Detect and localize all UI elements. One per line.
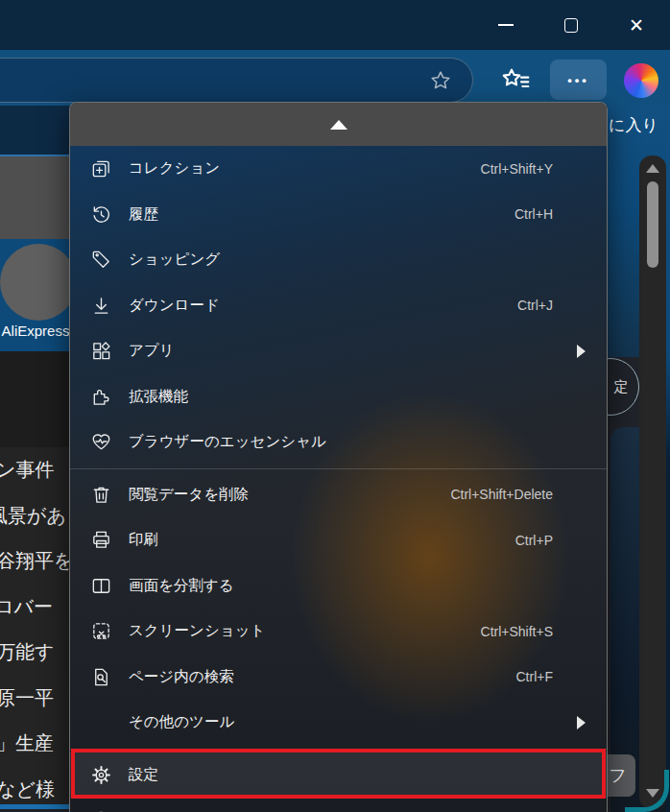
menu-item-extensions[interactable]: 拡張機能 xyxy=(70,374,607,420)
news-headline[interactable]: 原一平 xyxy=(0,676,69,722)
menu-item-more-tools[interactable]: その他のツール xyxy=(70,700,607,746)
news-headline[interactable]: など様 xyxy=(0,767,69,805)
menu-item-shortcut: Ctrl+F xyxy=(516,669,554,684)
copilot-icon[interactable] xyxy=(624,63,658,98)
news-headline[interactable]: 」生産 xyxy=(0,721,69,767)
apps-icon xyxy=(89,339,113,363)
menu-scroll-up[interactable] xyxy=(70,103,607,146)
page-right-column: に入り 定 フ xyxy=(608,106,670,812)
print-icon xyxy=(89,528,113,552)
aliexpress-tile[interactable] xyxy=(0,244,77,321)
close-icon: ✕ xyxy=(629,16,644,35)
news-headline[interactable]: 風景があ xyxy=(0,493,69,539)
maximize-icon xyxy=(564,18,578,33)
news-headline[interactable]: 谷翔平を xyxy=(0,538,69,585)
add-favorite-star-icon[interactable] xyxy=(425,65,456,96)
menu-item-split-screen[interactable]: 画面を分割する xyxy=(70,563,607,609)
split-screen-icon xyxy=(89,574,113,598)
page-accent-line xyxy=(0,804,69,809)
menu-item-delete-browsing-data[interactable]: 閲覧データを削除Ctrl+Shift+Delete xyxy=(70,472,607,518)
menu-item-label: 履歴 xyxy=(129,204,514,225)
minimize-button[interactable] xyxy=(476,0,536,50)
menu-item-label: ダウンロード xyxy=(129,296,517,316)
menu-item-essentials[interactable]: ブラウザーのエッセンシャル xyxy=(70,419,607,466)
page-dark-band xyxy=(0,351,69,451)
menu-item-help[interactable]: ヘルプとフィードバック xyxy=(70,798,607,812)
menu-item-find-on-page[interactable]: ページ内の検索Ctrl+F xyxy=(70,655,607,701)
menu-item-label: ブラウザーのエッセンシャル xyxy=(129,432,587,452)
menu-item-shortcut: Ctrl+P xyxy=(515,533,553,548)
menu-separator xyxy=(70,468,607,469)
news-headline[interactable]: 万能す xyxy=(0,630,69,676)
aliexpress-label: AliExpress xyxy=(0,322,79,339)
favorites-hub-icon[interactable] xyxy=(496,63,535,98)
menu-item-shopping[interactable]: ショッピング xyxy=(70,237,607,283)
no-icon xyxy=(89,710,113,734)
scroll-up-icon xyxy=(330,120,347,130)
delete-browsing-data-icon xyxy=(89,483,113,507)
more-dots-icon: ••• xyxy=(567,73,589,87)
page-scrollbar[interactable] xyxy=(639,155,666,808)
submenu-arrow-icon xyxy=(577,345,586,358)
history-icon xyxy=(89,203,113,227)
menu-item-label: ショッピング xyxy=(129,250,587,270)
page-right-edge xyxy=(666,106,670,812)
menu-item-label: スクリーンショット xyxy=(129,621,481,641)
scrollbar-thumb[interactable] xyxy=(647,181,658,268)
menu-item-label: コレクション xyxy=(129,158,481,179)
menu-item-label: 画面を分割する xyxy=(129,576,587,596)
menu-item-shortcut: Ctrl+Shift+S xyxy=(481,624,553,639)
edge-browser-window: ✕ ••• AliExpress ン事件風景があ谷翔平をロバー万能す原一平」生産… xyxy=(0,0,670,812)
minimize-icon xyxy=(498,24,514,26)
menu-item-label: 閲覧データを削除 xyxy=(129,485,450,505)
maximize-button[interactable] xyxy=(541,0,601,50)
page-gray-band xyxy=(0,156,69,239)
find-on-page-icon xyxy=(89,665,113,689)
essentials-icon xyxy=(89,430,113,454)
title-bar: ✕ xyxy=(0,0,670,50)
menu-item-screenshot[interactable]: スクリーンショットCtrl+Shift+S xyxy=(70,609,607,655)
menu-item-label: ページ内の検索 xyxy=(129,667,516,687)
news-headline-list: ン事件風景があ谷翔平をロバー万能す原一平」生産など様 xyxy=(0,447,69,804)
menu-item-shortcut: Ctrl+Shift+Y xyxy=(481,161,553,177)
news-headline[interactable]: ン事件 xyxy=(0,447,69,493)
menu-item-print[interactable]: 印刷Ctrl+P xyxy=(70,517,607,563)
menu-item-label: その他のツール xyxy=(129,712,587,732)
menu-item-shortcut: Ctrl+H xyxy=(514,206,553,222)
menu-item-shortcut: Ctrl+J xyxy=(517,298,553,313)
settings-and-more-button[interactable]: ••• xyxy=(550,60,607,100)
menu-item-label: 印刷 xyxy=(129,530,515,550)
news-headline[interactable]: ロバー xyxy=(0,585,69,631)
menu-item-label: 拡張機能 xyxy=(129,387,587,407)
settings-highlight-box xyxy=(71,749,606,799)
shopping-icon xyxy=(89,248,113,272)
close-button[interactable]: ✕ xyxy=(607,0,666,50)
download-icon xyxy=(89,294,113,318)
collections-icon xyxy=(89,156,113,180)
extensions-icon xyxy=(89,385,113,409)
favorites-text: に入り xyxy=(609,114,658,136)
menu-item-apps[interactable]: アプリ xyxy=(70,328,607,374)
scrollbar-up-icon[interactable] xyxy=(646,164,659,173)
address-bar[interactable] xyxy=(0,58,473,103)
menu-items: コレクションCtrl+Shift+Y履歴Ctrl+HショッピングダウンロードCt… xyxy=(70,146,607,812)
favorites-bar xyxy=(0,106,69,157)
submenu-arrow-icon xyxy=(577,716,586,729)
help-icon xyxy=(89,808,113,812)
menu-item-shortcut: Ctrl+Shift+Delete xyxy=(450,487,553,502)
screenshot-icon xyxy=(89,619,113,643)
settings-and-more-menu: コレクションCtrl+Shift+Y履歴Ctrl+HショッピングダウンロードCt… xyxy=(69,102,608,812)
menu-item-history[interactable]: 履歴Ctrl+H xyxy=(70,192,607,238)
menu-item-collections[interactable]: コレクションCtrl+Shift+Y xyxy=(70,146,607,192)
menu-item-label: アプリ xyxy=(129,341,587,361)
menu-item-download[interactable]: ダウンロードCtrl+J xyxy=(70,283,607,329)
